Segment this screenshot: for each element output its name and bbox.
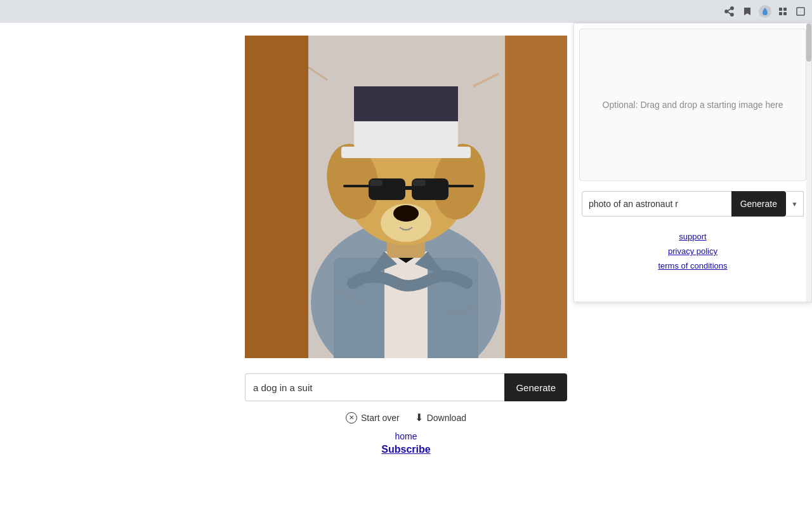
right-panel: Optional: Drag and drop a starting image… — [573, 23, 812, 302]
download-label: Download — [427, 413, 466, 423]
privacy-link[interactable]: privacy policy — [668, 246, 717, 256]
svg-point-31 — [393, 205, 419, 222]
prompt-input[interactable] — [245, 373, 504, 401]
dropdown-arrow[interactable]: ▼ — [786, 191, 804, 217]
bookmark-icon[interactable] — [741, 5, 754, 18]
generated-image — [245, 36, 567, 358]
download-button[interactable]: ⬇ Download — [415, 411, 466, 424]
right-prompt-input[interactable] — [582, 191, 731, 217]
extensions-icon[interactable] — [776, 5, 789, 18]
chrome-toolbar — [0, 0, 812, 23]
svg-rect-26 — [447, 185, 474, 187]
support-link[interactable]: support — [679, 232, 706, 241]
home-link[interactable]: home — [395, 431, 417, 441]
svg-rect-4 — [797, 8, 804, 15]
right-input-row: Generate ▼ — [574, 186, 811, 222]
drag-drop-text: Optional: Drag and drop a starting image… — [590, 86, 796, 124]
svg-rect-28 — [413, 180, 426, 186]
nav-links: home Subscribe — [381, 431, 430, 455]
download-icon: ⬇ — [415, 411, 423, 424]
prompt-input-row: Generate — [245, 373, 567, 401]
svg-rect-27 — [370, 180, 383, 186]
start-over-icon: ✕ — [346, 412, 357, 424]
scrollbar-thumb[interactable] — [806, 23, 811, 62]
start-over-button[interactable]: ✕ Start over — [346, 412, 400, 424]
terms-link[interactable]: terms of conditions — [658, 261, 727, 271]
right-generate-button[interactable]: Generate — [731, 191, 786, 217]
scrollbar-track[interactable] — [806, 23, 811, 302]
svg-rect-1 — [783, 8, 787, 11]
svg-rect-0 — [779, 8, 782, 11]
main-area: Generate ✕ Start over ⬇ Download home Su… — [0, 23, 812, 508]
drag-drop-area[interactable]: Optional: Drag and drop a starting image… — [579, 29, 806, 181]
svg-rect-25 — [343, 185, 370, 187]
svg-rect-24 — [405, 186, 412, 190]
droplet-extension-icon[interactable] — [759, 5, 771, 18]
right-links: support privacy policy terms of conditio… — [574, 222, 811, 281]
start-over-label: Start over — [361, 413, 400, 423]
window-icon[interactable] — [794, 5, 807, 18]
chevron-down-icon: ▼ — [792, 201, 798, 208]
subscribe-button[interactable]: Subscribe — [381, 444, 430, 455]
share-icon[interactable] — [723, 5, 736, 18]
svg-rect-20 — [341, 147, 471, 158]
generate-button[interactable]: Generate — [504, 373, 567, 401]
svg-rect-21 — [354, 86, 458, 121]
svg-rect-11 — [384, 251, 428, 358]
svg-rect-2 — [779, 12, 782, 15]
svg-rect-3 — [783, 12, 787, 15]
action-row: ✕ Start over ⬇ Download — [346, 411, 466, 424]
